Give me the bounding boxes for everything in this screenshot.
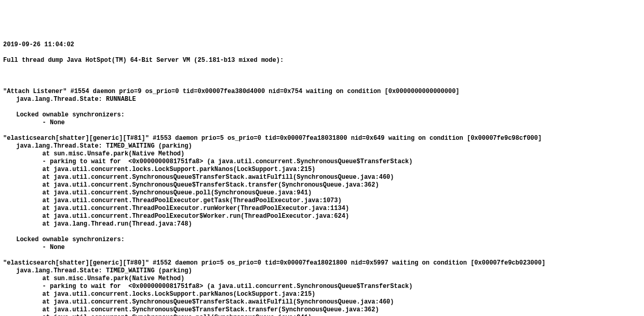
stack-frame: at java.util.concurrent.ThreadPoolExecut… <box>3 197 641 205</box>
stack-frame: at sun.misc.Unsafe.park(Native Method) <box>3 150 641 158</box>
synchronizers-header: Locked ownable synchronizers: <box>3 111 641 119</box>
stack-frame: at sun.misc.Unsafe.park(Native Method) <box>3 275 641 283</box>
thread-dump-container: 2019-09-26 11:04:02 Full thread dump Jav… <box>3 33 641 316</box>
stack-frame: at java.util.concurrent.ThreadPoolExecut… <box>3 205 641 213</box>
synchronizers-header: Locked ownable synchronizers: <box>3 236 641 244</box>
stack-frame: at java.lang.Thread.run(Thread.java:748) <box>3 220 641 228</box>
thread-state: java.lang.Thread.State: TIMED_WAITING (p… <box>3 267 641 275</box>
thread-header: "elasticsearch[shatter][generic][T#80]" … <box>3 259 641 267</box>
threads-section: "Attach Listener" #1554 daemon prio=9 os… <box>3 88 641 316</box>
stack-frame: at java.util.concurrent.ThreadPoolExecut… <box>3 213 641 220</box>
stack-frame: at java.util.concurrent.SynchronousQueue… <box>3 314 641 316</box>
thread-state: java.lang.Thread.State: TIMED_WAITING (p… <box>3 142 641 150</box>
stack-frame: at java.util.concurrent.SynchronousQueue… <box>3 174 641 181</box>
blank-line <box>3 252 641 259</box>
thread-header: "Attach Listener" #1554 daemon prio=9 os… <box>3 88 641 96</box>
thread-block: "Attach Listener" #1554 daemon prio=9 os… <box>3 88 641 135</box>
blank-line <box>3 228 641 236</box>
synchronizer-item: - None <box>3 244 641 252</box>
dump-header: Full thread dump Java HotSpot(TM) 64-Bit… <box>3 57 641 64</box>
blank-line <box>3 103 641 111</box>
thread-state: java.lang.Thread.State: RUNNABLE <box>3 96 641 103</box>
blank-line <box>3 72 641 80</box>
stack-frame: at java.util.concurrent.SynchronousQueue… <box>3 189 641 197</box>
thread-block: "elasticsearch[shatter][generic][T#80]" … <box>3 259 641 316</box>
stack-frame: at java.util.concurrent.locks.LockSuppor… <box>3 291 641 298</box>
thread-block: "elasticsearch[shatter][generic][T#81]" … <box>3 135 641 259</box>
stack-frame: - parking to wait for <0x0000000081751fa… <box>3 158 641 166</box>
synchronizer-item: - None <box>3 119 641 127</box>
stack-frame: at java.util.concurrent.SynchronousQueue… <box>3 181 641 189</box>
thread-header: "elasticsearch[shatter][generic][T#81]" … <box>3 135 641 142</box>
stack-frame: at java.util.concurrent.SynchronousQueue… <box>3 306 641 314</box>
blank-line <box>3 127 641 135</box>
stack-frame: - parking to wait for <0x0000000081751fa… <box>3 283 641 291</box>
stack-frame: at java.util.concurrent.SynchronousQueue… <box>3 298 641 306</box>
stack-frame: at java.util.concurrent.locks.LockSuppor… <box>3 166 641 174</box>
timestamp: 2019-09-26 11:04:02 <box>3 41 641 49</box>
